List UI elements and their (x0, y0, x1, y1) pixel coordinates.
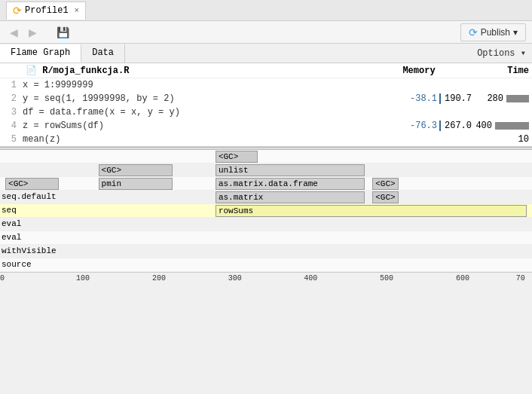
x-axis: 010020030040050060070 (0, 272, 532, 286)
flame-row-label: seq (2, 206, 17, 215)
code-text: mean(z) (23, 133, 381, 146)
flame-row: eval (0, 218, 532, 231)
flame-row: seqrowSums (0, 204, 532, 218)
code-row: 3 df = data.frame(x = x, y = y) (0, 105, 532, 119)
options-button[interactable]: Options ▾ (471, 47, 532, 59)
tabs-bar: Flame Graph Data Options ▾ (0, 44, 532, 63)
x-axis-tick: 100 (76, 274, 90, 283)
flame-row: withVisible (0, 245, 532, 258)
time-value: 400 (472, 119, 492, 133)
profile-icon: ⟳ (13, 5, 22, 17)
x-axis-tick: 500 (380, 274, 393, 283)
file-icon: 📄 (26, 66, 37, 76)
x-axis-tick: 300 (228, 274, 242, 283)
x-axis-tick: 70 (516, 274, 525, 283)
publish-dropdown-icon: ▾ (513, 27, 518, 38)
code-rows: 1 x = 1:99999992 y = seq(1, 19999998, by… (0, 78, 532, 146)
toolbar-right: ⟳ Publish ▾ (460, 23, 526, 41)
time-area: 280 (472, 92, 532, 105)
toolbar: ◀ ▶ 💾 ⟳ Publish ▾ (0, 21, 532, 44)
tab-close-button[interactable]: × (75, 6, 80, 15)
flame-row: source (0, 258, 532, 272)
memory-area: -38.1190.7 (381, 92, 472, 105)
time-value: 10 (506, 133, 529, 146)
tab-flame-graph[interactable]: Flame Graph (0, 44, 81, 63)
tabs-left: Flame Graph Data (0, 44, 125, 63)
flame-row: <GC>unlist (0, 163, 532, 177)
publish-button[interactable]: ⟳ Publish ▾ (460, 23, 526, 41)
code-row: 1 x = 1:9999999 (0, 78, 532, 92)
memory-separator (439, 93, 441, 104)
flame-block[interactable]: as.matrix.data.frame (216, 178, 365, 190)
save-button[interactable]: 💾 (53, 24, 73, 41)
flame-block[interactable]: rowSums (216, 205, 527, 217)
memory-header: Memory (374, 66, 464, 76)
code-text: x = 1:9999999 (23, 78, 381, 92)
x-axis-tick: 200 (152, 274, 166, 283)
code-section: 📄 R/moja_funkcja.R Memory Time 1 x = 1:9… (0, 63, 532, 147)
line-number: 1 (0, 78, 23, 92)
flame-block[interactable]: <GC> (216, 151, 258, 163)
memory-value: -38.1 (403, 92, 437, 105)
publish-icon: ⟳ (469, 26, 478, 38)
flame-block[interactable]: <GC> (99, 164, 173, 176)
flame-rows: <GC><GC>unlist<GC>pminas.matrix.data.fra… (0, 150, 532, 272)
time-bar (506, 95, 529, 102)
time-area: 10 (472, 133, 532, 146)
line-number: 5 (0, 133, 23, 146)
forward-button[interactable]: ▶ (25, 24, 41, 41)
x-axis-tick: 0 (0, 274, 5, 283)
code-text: df = data.frame(x = x, y = y) (23, 105, 381, 119)
flame-row: eval (0, 231, 532, 245)
flame-row: <GC>pminas.matrix.data.frame<GC> (0, 177, 532, 191)
time-value: 280 (481, 92, 503, 105)
flame-section: <GC><GC>unlist<GC>pminas.matrix.data.fra… (0, 150, 532, 394)
memory-area: -76.3267.0 (381, 119, 472, 133)
flame-block[interactable]: <GC> (5, 178, 59, 190)
publish-label: Publish (481, 27, 510, 38)
flame-row: <GC> (0, 150, 532, 163)
code-row: 2 y = seq(1, 19999998, by = 2)-38.1190.7… (0, 92, 532, 105)
line-number: 3 (0, 105, 23, 119)
flame-block[interactable]: <GC> (372, 191, 399, 203)
time-bar (495, 122, 529, 130)
main-content: 📄 R/moja_funkcja.R Memory Time 1 x = 1:9… (0, 63, 532, 394)
flame-row-label: source (2, 260, 32, 269)
line-number: 2 (0, 92, 23, 105)
time-header: Time (464, 66, 532, 76)
flame-block[interactable]: unlist (216, 164, 365, 176)
title-tab[interactable]: ⟳ Profile1 × (6, 2, 86, 20)
tab-label: Profile1 (25, 5, 69, 16)
title-bar: ⟳ Profile1 × (0, 0, 532, 21)
flame-row-label: eval (2, 233, 21, 242)
flame-row-label: seq.default (2, 192, 57, 201)
file-label: R/moja_funkcja.R (42, 66, 129, 76)
code-header-row: 📄 R/moja_funkcja.R Memory Time (0, 63, 532, 78)
code-text: z = rowSums(df) (23, 119, 381, 133)
x-axis-tick: 600 (456, 274, 469, 283)
flame-block[interactable]: <GC> (372, 178, 399, 190)
memory-separator (439, 121, 441, 131)
x-axis-tick: 400 (304, 274, 317, 283)
flame-block[interactable]: pmin (99, 178, 173, 190)
code-row: 5 mean(z)10 (0, 133, 532, 146)
flame-row-label: eval (2, 219, 21, 228)
memory-display-value: 267.0 (443, 119, 472, 133)
line-number: 4 (0, 119, 23, 133)
save-icon: 💾 (57, 26, 69, 38)
memory-display-value: 190.7 (443, 92, 472, 105)
tab-data[interactable]: Data (81, 44, 125, 63)
memory-value: -76.3 (403, 119, 437, 133)
flame-row: seq.defaultas.matrix<GC> (0, 191, 532, 204)
toolbar-left: ◀ ▶ 💾 (6, 24, 73, 41)
flame-block[interactable]: as.matrix (216, 191, 365, 203)
flame-row-label: withVisible (2, 246, 57, 255)
code-text: y = seq(1, 19999998, by = 2) (23, 92, 381, 105)
time-area: 400 (472, 119, 532, 133)
back-button[interactable]: ◀ (6, 24, 22, 41)
code-row: 4 z = rowSums(df)-76.3267.0400 (0, 119, 532, 133)
